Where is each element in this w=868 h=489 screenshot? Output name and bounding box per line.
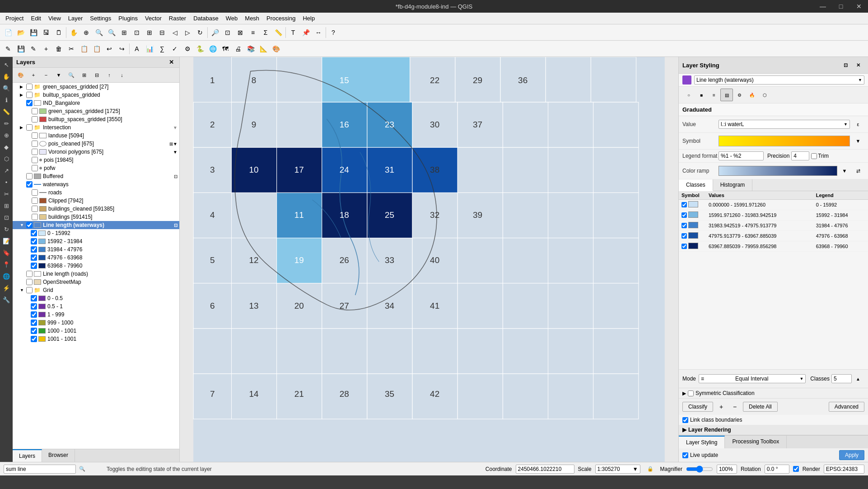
color-ramp-arrow[interactable]: ▼	[838, 165, 851, 177]
measure-button[interactable]: 📏	[272, 26, 285, 39]
pan-tool[interactable]: ✋	[1, 71, 12, 82]
apply-button[interactable]: Apply	[839, 450, 864, 460]
layer-checkbox-buildings-cleaned[interactable]	[32, 206, 38, 212]
classes-tab[interactable]: Classes	[679, 179, 713, 191]
layer-item-green-1725[interactable]: ▶ green_spaces_gridded [1725]	[13, 107, 179, 115]
expand-builtup[interactable]: ▶	[20, 93, 25, 97]
layer-search-button[interactable]: 🔍	[65, 69, 78, 81]
style-manager-button[interactable]: 🎨	[270, 42, 282, 55]
coordinate-tool[interactable]: 📍	[1, 259, 12, 270]
add-point-tool[interactable]: •	[1, 177, 12, 188]
scale-combo[interactable]: 1:305270 ▼	[595, 465, 640, 474]
layer-item-landuse[interactable]: ▶ landuse [5094]	[13, 132, 179, 140]
layer-item-builtup-3550[interactable]: ▶ builtup_spaces_gridded [3550]	[13, 115, 179, 123]
add-record-button[interactable]: +	[40, 42, 52, 55]
layer-checkbox-grid-1[interactable]	[31, 303, 37, 310]
zoom-full-button[interactable]: ⊟	[156, 26, 168, 39]
vertex-tool[interactable]: ◆	[1, 141, 12, 152]
layer-checkbox-pois[interactable]	[32, 157, 38, 163]
layer-checkbox-cls-4[interactable]	[31, 263, 37, 269]
live-update-checkbox[interactable]	[682, 452, 688, 458]
processing-button[interactable]: ⚙	[181, 42, 194, 55]
open-table-button[interactable]: ≡	[247, 26, 259, 39]
coordinate-input[interactable]	[516, 465, 574, 474]
2d-displacement-button[interactable]: ⬡	[758, 89, 771, 101]
layer-item-cls-4[interactable]: 63968 - 79960	[13, 262, 179, 270]
layer-checkbox-grid[interactable]	[26, 287, 33, 293]
layer-checkbox-cls-3[interactable]	[31, 254, 37, 261]
layer-checkbox-pofw[interactable]	[32, 165, 38, 171]
histogram-tab[interactable]: Histogram	[713, 179, 753, 191]
layer-checkbox-clipped[interactable]	[32, 197, 38, 204]
menu-vector[interactable]: Vector	[141, 14, 165, 23]
save-project-button[interactable]: 💾	[27, 26, 40, 39]
layer-item-green-spaces-gridded[interactable]: ▶ 📁 green_spaces_gridded [27]	[13, 83, 179, 91]
value-expression-button[interactable]: ε	[852, 118, 864, 131]
menu-settings[interactable]: Settings	[86, 14, 115, 23]
split-tool[interactable]: ✂	[1, 188, 12, 199]
rotate-tool[interactable]: ↻	[1, 224, 12, 235]
refresh-button[interactable]: ↻	[194, 26, 206, 39]
menu-plugins[interactable]: Plugins	[115, 14, 141, 23]
georeferencer-button[interactable]: 🗺	[219, 42, 232, 55]
close-button[interactable]: ✕	[850, 0, 868, 13]
atlas-button[interactable]: 📚	[244, 42, 257, 55]
layer-filter-button[interactable]: ▼	[52, 69, 65, 81]
legend-checkbox-3[interactable]	[681, 233, 687, 239]
advanced-button[interactable]: Advanced	[829, 402, 864, 412]
select-tool[interactable]: ↖	[1, 59, 12, 70]
save-layout-button[interactable]: 🗒	[52, 26, 65, 39]
layer-checkbox-intersection[interactable]	[26, 124, 33, 131]
delete-all-button[interactable]: Delete All	[743, 402, 778, 412]
identify-tool[interactable]: ℹ	[1, 94, 12, 105]
magnifier-slider[interactable]	[686, 465, 713, 473]
measure-tool[interactable]: 📏	[1, 106, 12, 117]
zoom-rubber-band-button[interactable]: ⊞	[118, 26, 131, 39]
menu-edit[interactable]: Edit	[27, 14, 44, 23]
classes-up-button[interactable]: ▲	[852, 372, 864, 385]
add-line-tool[interactable]: ↗	[1, 165, 12, 176]
python-console-button[interactable]: 🐍	[194, 42, 206, 55]
remove-layer-button[interactable]: −	[40, 69, 52, 81]
add-layer-button[interactable]: +	[27, 69, 40, 81]
label-tool-button[interactable]: A	[131, 42, 143, 55]
layer-item-pois[interactable]: ▶ pois [19845]	[13, 156, 179, 164]
menu-project[interactable]: Project	[2, 14, 27, 23]
mode-dropdown[interactable]: ≡ Equal Interval ▼	[699, 374, 806, 383]
diagram-tool-button[interactable]: 📊	[143, 42, 156, 55]
browser-button[interactable]: 🌐	[206, 42, 219, 55]
zoom-to-layer-button[interactable]: ⊞	[143, 26, 156, 39]
annotation-button[interactable]: 📌	[299, 26, 312, 39]
select-features-button[interactable]: ⊡	[221, 26, 234, 39]
legend-row-1[interactable]: 15991.971260 - 31983.942519 15992 - 3198…	[679, 210, 868, 221]
layer-item-grid[interactable]: ▼ 📁 Grid	[13, 286, 179, 294]
menu-mesh[interactable]: Mesh	[241, 14, 263, 23]
layer-item-cls-3[interactable]: 47976 - 63968	[13, 254, 179, 262]
add-class-button[interactable]: +	[715, 400, 728, 413]
identify-button[interactable]: 🔎	[209, 26, 221, 39]
zoom-tool[interactable]: 🔍	[1, 83, 12, 94]
cut-features-button[interactable]: ✂	[65, 42, 78, 55]
lock-scale-button[interactable]: 🔒	[644, 463, 657, 475]
open-layer-styling-button[interactable]: 🎨	[14, 69, 27, 81]
legend-row-0[interactable]: 0.000000 - 15991.971260 0 - 15992	[679, 200, 868, 210]
expand-intersection[interactable]: ▶	[20, 125, 25, 130]
layer-item-grid-5[interactable]: 1001 - 1001	[13, 335, 179, 343]
classes-input[interactable]	[831, 374, 852, 383]
merge-tool[interactable]: ⊞	[1, 200, 12, 211]
composer-button[interactable]: 🖨	[232, 42, 244, 55]
delete-selected-button[interactable]: 🗑	[52, 42, 65, 55]
layers-close-icon[interactable]: ✕	[167, 59, 176, 66]
styling-dock-button[interactable]: ⊡	[839, 59, 852, 71]
styling-close-button[interactable]: ✕	[852, 59, 864, 71]
legend-format-input[interactable]	[719, 151, 764, 160]
menu-web[interactable]: Web	[222, 14, 242, 23]
pan-map-button[interactable]: ✋	[67, 26, 80, 39]
layout-button[interactable]: 📐	[257, 42, 270, 55]
layer-item-grid-2[interactable]: 1 - 999	[13, 310, 179, 319]
symbol-change-button[interactable]: ▼	[852, 135, 864, 147]
undo-button[interactable]: ↩	[103, 42, 116, 55]
layer-collapse-all-button[interactable]: ⊟	[90, 69, 103, 81]
layer-checkbox-roads[interactable]	[32, 189, 38, 196]
layer-checkbox-grid-5[interactable]	[31, 336, 37, 342]
